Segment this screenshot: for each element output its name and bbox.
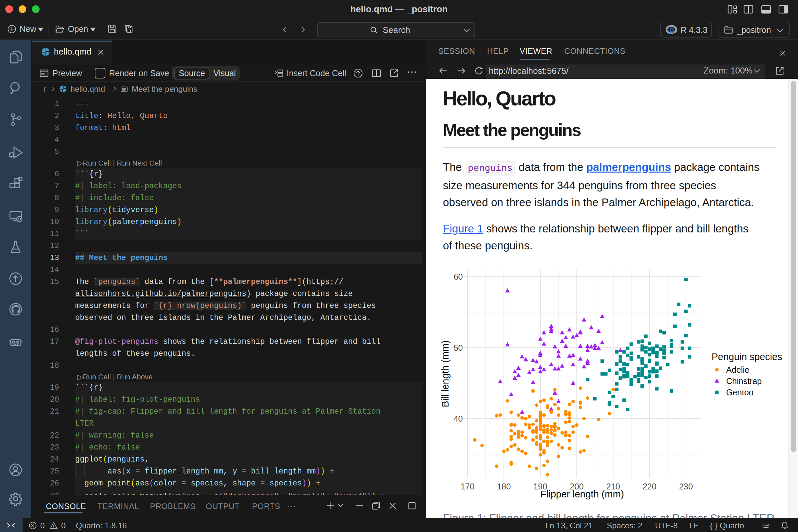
svg-text:Gentoo: Gentoo bbox=[726, 388, 754, 397]
svg-text:Bill length (mm): Bill length (mm) bbox=[440, 340, 451, 407]
svg-text:40: 40 bbox=[454, 414, 463, 423]
svg-text:Chinstrap: Chinstrap bbox=[726, 376, 762, 386]
svg-text:R: R bbox=[669, 27, 675, 35]
svg-text:Penguin species: Penguin species bbox=[711, 352, 782, 362]
svg-text:170: 170 bbox=[460, 482, 474, 491]
svg-text:230: 230 bbox=[679, 482, 693, 491]
svg-text:60: 60 bbox=[454, 272, 463, 281]
svg-text:180: 180 bbox=[497, 482, 511, 491]
svg-text:50: 50 bbox=[454, 343, 463, 353]
svg-text:220: 220 bbox=[643, 482, 657, 491]
svg-text:Flipper length (mm): Flipper length (mm) bbox=[540, 489, 624, 499]
svg-text:Adelie: Adelie bbox=[726, 365, 749, 374]
